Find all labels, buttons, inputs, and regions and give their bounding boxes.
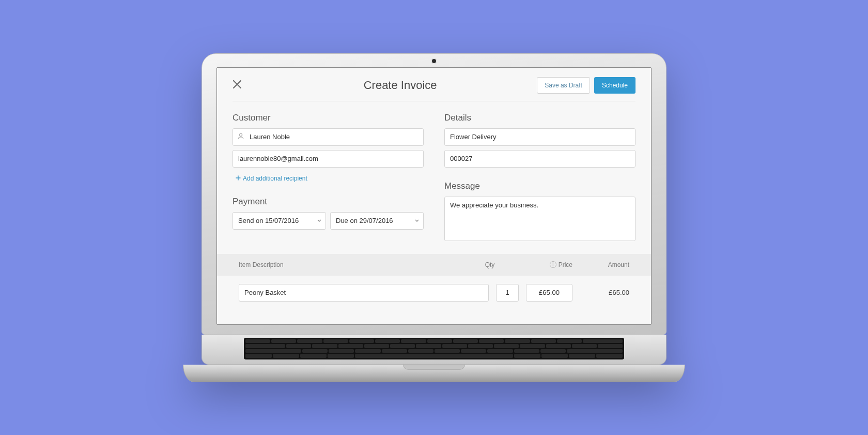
col-amount-label: Amount: [572, 261, 629, 268]
details-heading: Details: [444, 113, 636, 123]
col-price-label: i Price: [510, 261, 572, 268]
svg-point-0: [239, 133, 242, 136]
due-date-select[interactable]: Due on 29/07/2016: [330, 212, 424, 230]
payment-heading: Payment: [233, 197, 424, 207]
schedule-button[interactable]: Schedule: [594, 77, 636, 94]
invoice-description-input[interactable]: [444, 128, 636, 146]
laptop-mockup: Create Invoice Save as Draft Schedule Cu…: [202, 53, 667, 382]
add-recipient-link[interactable]: Add additional recipient: [233, 174, 311, 183]
customer-email-input[interactable]: [233, 150, 424, 168]
col-qty-label: Qty: [469, 261, 510, 268]
line-item-row: £65.00: [217, 276, 651, 310]
top-bar: Create Invoice Save as Draft Schedule: [233, 77, 636, 101]
line-items-header: Item Description Qty i Price Amount: [217, 254, 651, 276]
keyboard: [244, 338, 624, 359]
item-description-input[interactable]: [239, 284, 489, 302]
camera-dot: [432, 59, 436, 63]
item-qty-input[interactable]: [496, 284, 519, 302]
line-items-panel: Item Description Qty i Price Amount £65.…: [217, 254, 651, 310]
message-textarea[interactable]: [444, 197, 636, 241]
customer-heading: Customer: [233, 113, 424, 123]
plus-icon: [236, 175, 241, 182]
save-draft-button[interactable]: Save as Draft: [537, 77, 590, 94]
invoice-number-input[interactable]: [444, 150, 636, 168]
info-icon: i: [550, 261, 556, 268]
close-icon[interactable]: [233, 83, 242, 91]
invoice-app: Create Invoice Save as Draft Schedule Cu…: [217, 68, 651, 324]
send-date-select[interactable]: Send on 15/07/2016: [233, 212, 326, 230]
item-amount-value: £65.00: [580, 289, 629, 296]
col-desc-label: Item Description: [239, 261, 469, 268]
item-price-input[interactable]: [526, 284, 572, 302]
add-recipient-label: Add additional recipient: [243, 175, 307, 182]
customer-name-input[interactable]: [233, 128, 424, 146]
message-heading: Message: [444, 181, 636, 191]
page-title: Create Invoice: [364, 79, 437, 92]
person-icon: [237, 132, 244, 141]
